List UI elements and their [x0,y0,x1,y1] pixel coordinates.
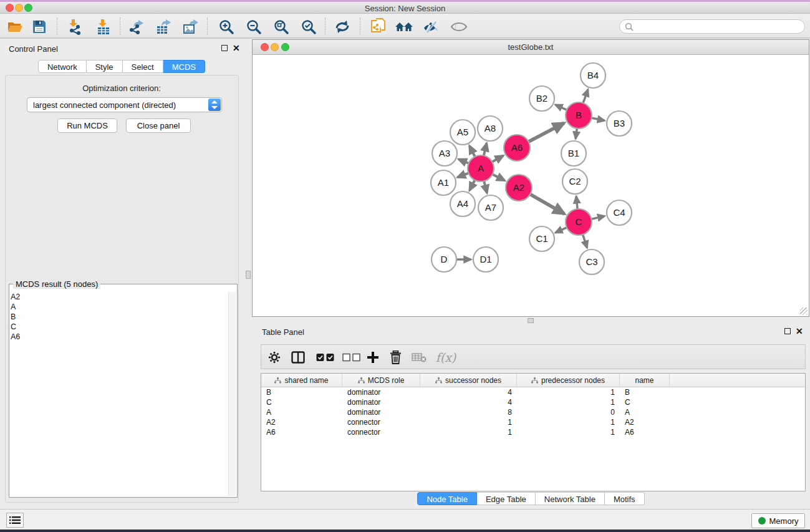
table-cell[interactable]: C [261,397,342,407]
import-table-icon[interactable] [94,18,113,36]
import-network-icon[interactable] [65,18,84,36]
open-session-icon[interactable] [6,18,24,36]
node-D1[interactable]: D1 [473,247,498,272]
table-cell[interactable]: 4 [420,397,517,407]
select-all-icon[interactable] [315,350,336,365]
delete-table-icon[interactable] [411,350,427,365]
table-cell[interactable]: B [261,387,342,397]
column-header-shared-name[interactable]: shared name [261,374,342,387]
node-A1[interactable]: A1 [431,170,456,195]
mcds-result-list[interactable]: A2ABCA6 [11,292,20,342]
delete-column-icon[interactable] [387,350,403,365]
optimization-criterion-select[interactable]: largest connected component (directed) [27,97,222,112]
result-item[interactable]: C [11,322,20,332]
tab-node-table[interactable]: Node Table [417,492,477,505]
close-table-panel-icon[interactable]: ✕ [796,328,803,334]
node-C3[interactable]: C3 [579,249,604,274]
add-column-icon[interactable] [365,350,381,365]
table-cell[interactable]: 1 [517,397,620,407]
tab-mcds[interactable]: MCDS [163,60,205,73]
tab-select[interactable]: Select [123,60,163,73]
task-history-button[interactable] [6,513,24,528]
table-cell[interactable]: 0 [517,407,620,417]
node-A2[interactable]: A2 [506,175,532,201]
node-B1[interactable]: B1 [561,141,586,166]
search-input[interactable] [634,22,796,31]
result-item[interactable]: A6 [11,332,20,342]
table-cell[interactable]: dominator [342,387,420,397]
result-scrollbar[interactable] [228,292,236,496]
node-C2[interactable]: C2 [562,169,587,194]
tab-style[interactable]: Style [87,60,123,73]
node-A8[interactable]: A8 [478,116,503,141]
table-cell[interactable]: 1 [420,427,517,437]
column-header-name[interactable]: name [620,374,670,387]
table-cell[interactable]: dominator [342,397,420,407]
export-table-icon[interactable] [154,18,173,36]
first-neighbors-icon[interactable] [395,18,413,36]
table-cell[interactable]: A [620,407,670,417]
tab-motifs[interactable]: Motifs [605,492,645,505]
tab-edge-table[interactable]: Edge Table [477,492,536,505]
node-A7[interactable]: A7 [478,195,503,220]
table-row[interactable]: A2connector11A2 [261,417,805,427]
node-D[interactable]: D [432,247,456,272]
table-cell[interactable]: connector [342,417,420,427]
table-cell[interactable]: 8 [420,407,517,417]
node-C1[interactable]: C1 [529,226,554,251]
float-panel-icon[interactable] [221,45,228,51]
hide-selected-icon[interactable] [422,18,440,36]
node-C[interactable]: C [566,209,592,235]
show-column-icon[interactable] [290,350,306,365]
table-cell[interactable]: dominator [342,407,420,417]
node-A[interactable]: A [468,155,494,181]
export-image-icon[interactable] [181,18,200,36]
table-cell[interactable]: A [261,407,342,417]
result-item[interactable]: A2 [11,292,20,302]
unselect-all-icon[interactable] [341,350,362,365]
table-cell[interactable]: A6 [261,427,342,437]
result-item[interactable]: A [11,302,20,312]
node-A6[interactable]: A6 [504,135,530,161]
graphics-details-icon[interactable] [450,18,468,36]
network-from-selection-icon[interactable] [369,18,388,36]
window-resize-grip[interactable] [800,307,808,315]
memory-button[interactable]: Memory [751,513,805,528]
table-row[interactable]: Bdominator41B [261,387,805,397]
node-B3[interactable]: B3 [607,111,632,136]
save-session-icon[interactable] [30,18,49,36]
node-A5[interactable]: A5 [450,120,475,145]
tab-network[interactable]: Network [38,60,87,73]
apply-layout-icon[interactable] [333,18,352,36]
horizontal-splitter-grip[interactable] [528,318,534,323]
table-cell[interactable]: C [620,397,670,407]
table-cell[interactable]: 1 [517,387,620,397]
node-C4[interactable]: C4 [607,200,632,225]
zoom-out-icon[interactable] [244,18,263,36]
export-network-icon[interactable] [127,18,146,36]
node-B[interactable]: B [566,102,592,128]
zoom-fit-icon[interactable] [272,18,291,36]
node-A3[interactable]: A3 [432,141,457,166]
network-graph[interactable]: B4B2BB3A8A5A6A3B1AC2A1A2A4A7C4CC1C3DD1 [253,55,809,316]
node-B2[interactable]: B2 [529,86,554,111]
run-mcds-button[interactable]: Run MCDS [57,118,117,133]
tab-network-table[interactable]: Network Table [536,492,605,505]
table-row[interactable]: A6connector11A6 [261,427,805,437]
column-header-predecessor-nodes[interactable]: predecessor nodes [517,374,620,387]
table-row[interactable]: Cdominator41C [261,397,805,407]
table-cell[interactable]: 1 [420,417,517,427]
table-cell[interactable]: B [620,387,670,397]
table-cell[interactable]: A6 [620,427,670,437]
result-item[interactable]: B [11,312,20,322]
column-header-MCDS-role[interactable]: MCDS role [342,374,420,387]
table-cell[interactable]: A2 [261,417,342,427]
node-A4[interactable]: A4 [450,191,475,216]
table-cell[interactable]: 1 [517,417,620,427]
column-header-successor-nodes[interactable]: successor nodes [420,374,517,387]
table-cell[interactable]: 1 [517,427,620,437]
zoom-in-icon[interactable] [217,18,236,36]
float-table-panel-icon[interactable] [784,328,791,334]
function-builder-icon[interactable]: f(x) [433,350,458,365]
zoom-selected-icon[interactable] [299,18,318,36]
